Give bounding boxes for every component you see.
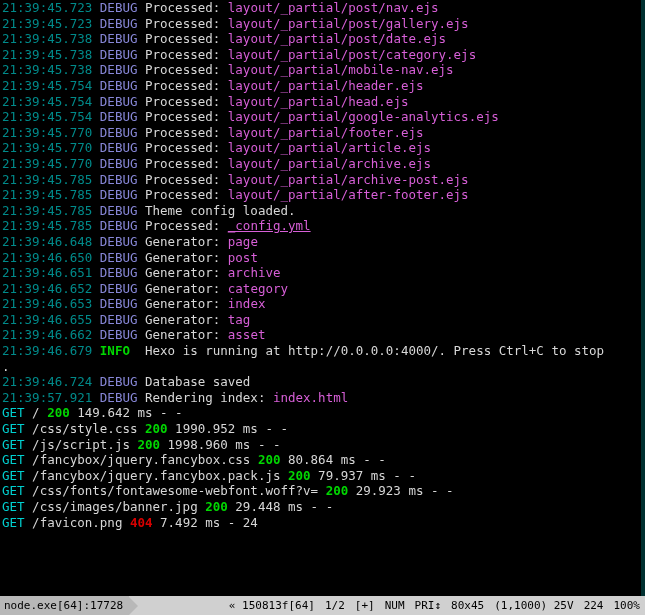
log-line: 21:39:45.738 DEBUG Processed: layout/_pa… xyxy=(2,62,643,78)
log-line: 21:39:46.655 DEBUG Generator: tag xyxy=(2,312,643,328)
http-line: GET /css/fonts/fontawesome-webfont.woff?… xyxy=(2,483,643,499)
terminal-output[interactable]: 21:39:45.723 DEBUG Processed: layout/_pa… xyxy=(0,0,643,596)
log-line: 21:39:46.662 DEBUG Generator: asset xyxy=(2,327,643,343)
log-line: 21:39:45.770 DEBUG Processed: layout/_pa… xyxy=(2,156,643,172)
log-line: 21:39:45.785 DEBUG Processed: layout/_pa… xyxy=(2,187,643,203)
status-cell: [+] xyxy=(350,596,380,615)
log-line: 21:39:57.921 DEBUG Rendering index: inde… xyxy=(2,390,643,406)
log-line: 21:39:45.770 DEBUG Processed: layout/_pa… xyxy=(2,125,643,141)
log-line: 21:39:46.648 DEBUG Generator: page xyxy=(2,234,643,250)
status-cell: (1,1000) 25V xyxy=(489,596,578,615)
http-line: GET /fancybox/jquery.fancybox.pack.js 20… xyxy=(2,468,643,484)
log-line: 21:39:45.754 DEBUG Processed: layout/_pa… xyxy=(2,94,643,110)
status-cell: PRI↕ xyxy=(410,596,447,615)
log-line: 21:39:46.650 DEBUG Generator: post xyxy=(2,250,643,266)
log-line: 21:39:45.738 DEBUG Processed: layout/_pa… xyxy=(2,31,643,47)
log-line: 21:39:46.652 DEBUG Generator: category xyxy=(2,281,643,297)
log-line: 21:39:45.738 DEBUG Processed: layout/_pa… xyxy=(2,47,643,63)
log-line: 21:39:46.653 DEBUG Generator: index xyxy=(2,296,643,312)
status-bar: node.exe[64]:17728 « 150813f[64] 1/2 [+]… xyxy=(0,596,645,615)
status-cell: 1/2 xyxy=(320,596,350,615)
http-line: GET /css/images/banner.jpg 200 29.448 ms… xyxy=(2,499,643,515)
status-separator-icon xyxy=(129,597,138,615)
log-line: 21:39:45.770 DEBUG Processed: layout/_pa… xyxy=(2,140,643,156)
scrollbar[interactable] xyxy=(641,0,645,596)
log-line: . xyxy=(2,359,643,375)
log-line: 21:39:46.724 DEBUG Database saved xyxy=(2,374,643,390)
log-line: 21:39:45.785 DEBUG Processed: _config.ym… xyxy=(2,218,643,234)
status-cell: NUM xyxy=(380,596,410,615)
http-line: GET /fancybox/jquery.fancybox.css 200 80… xyxy=(2,452,643,468)
log-line: 21:39:45.785 DEBUG Processed: layout/_pa… xyxy=(2,172,643,188)
http-line: GET /favicon.png 404 7.492 ms - 24 xyxy=(2,515,643,531)
log-line: 21:39:45.723 DEBUG Processed: layout/_pa… xyxy=(2,0,643,16)
log-line: 21:39:45.754 DEBUG Processed: layout/_pa… xyxy=(2,109,643,125)
log-line: 21:39:46.651 DEBUG Generator: archive xyxy=(2,265,643,281)
status-cell: 100% xyxy=(609,596,646,615)
log-line: 21:39:45.785 DEBUG Theme config loaded. xyxy=(2,203,643,219)
status-cell: 224 xyxy=(579,596,609,615)
log-line: 21:39:46.679 INFO Hexo is running at htt… xyxy=(2,343,643,359)
status-left: node.exe[64]:17728 xyxy=(0,596,129,615)
http-line: GET /js/script.js 200 1998.960 ms - - xyxy=(2,437,643,453)
log-line: 21:39:45.723 DEBUG Processed: layout/_pa… xyxy=(2,16,643,32)
status-cell: 80x45 xyxy=(446,596,489,615)
log-line: 21:39:45.754 DEBUG Processed: layout/_pa… xyxy=(2,78,643,94)
status-cell: « 150813f[64] xyxy=(224,596,320,615)
http-line: GET /css/style.css 200 1990.952 ms - - xyxy=(2,421,643,437)
http-line: GET / 200 149.642 ms - - xyxy=(2,405,643,421)
